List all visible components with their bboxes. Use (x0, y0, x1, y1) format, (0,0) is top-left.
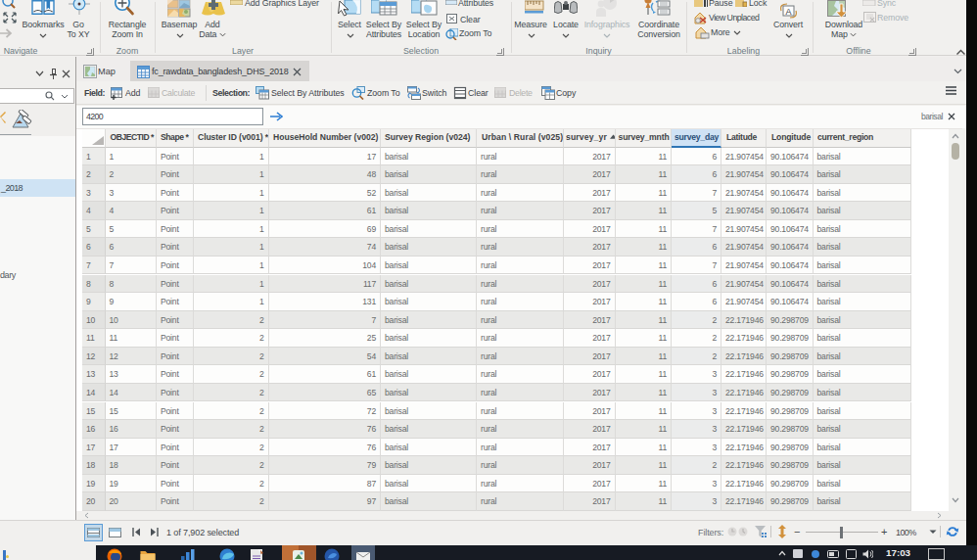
svg-text:A: A (785, 7, 791, 17)
